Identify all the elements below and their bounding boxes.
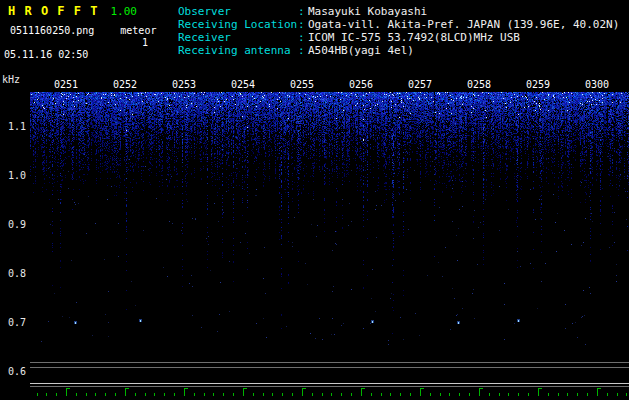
info-colon: : — [298, 44, 308, 57]
info-colon: : — [298, 18, 308, 31]
meteor-counter-value: 1 — [142, 37, 148, 48]
info-colon: : — [298, 5, 308, 18]
info-label: Receiver — [178, 31, 298, 44]
time-label: 0253 — [172, 79, 196, 90]
info-label: Receiving Location — [178, 18, 298, 31]
app-version: 1.00 — [110, 5, 137, 18]
file-row: 0511160250.pngmeteor — [10, 24, 156, 37]
info-row: Receiving Location:Ogata-vill. Akita-Pre… — [178, 18, 619, 31]
freq-label: 0.6 — [8, 366, 26, 377]
time-label: 0257 — [408, 79, 432, 90]
time-label: 0258 — [467, 79, 491, 90]
time-label: 0255 — [290, 79, 314, 90]
info-block: Observer:Masayuki KobayashiReceiving Loc… — [178, 5, 619, 57]
info-colon: : — [298, 31, 308, 44]
info-value: A504HB(yagi 4el) — [308, 44, 414, 57]
info-value: Masayuki Kobayashi — [308, 5, 427, 18]
time-label: 0259 — [526, 79, 550, 90]
freq-axis: 1.11.00.90.80.70.6 — [0, 0, 30, 400]
freq-label: 1.1 — [8, 121, 26, 132]
time-label: 0300 — [585, 79, 609, 90]
info-row: Receiver:ICOM IC-575 53.7492(8LCD)MHz US… — [178, 31, 619, 44]
time-label: 0251 — [54, 79, 78, 90]
info-value: ICOM IC-575 53.7492(8LCD)MHz USB — [308, 31, 520, 44]
info-label: Receiving antenna — [178, 44, 298, 57]
time-label: 0254 — [231, 79, 255, 90]
time-label: 0256 — [349, 79, 373, 90]
freq-label: 0.7 — [8, 317, 26, 328]
freq-label: 0.9 — [8, 219, 26, 230]
info-row: Observer:Masayuki Kobayashi — [178, 5, 619, 18]
info-row: Receiving antenna:A504HB(yagi 4el) — [178, 44, 619, 57]
spectrogram-canvas — [30, 90, 629, 400]
time-label: 0252 — [113, 79, 137, 90]
meteor-counter-label: meteor — [120, 25, 156, 36]
hrofft-window: H R O F F T1.00 0511160250.pngmeteor 1 0… — [0, 0, 629, 400]
freq-label: 1.0 — [8, 170, 26, 181]
info-value: Ogata-vill. Akita-Pref. JAPAN (139.96E, … — [308, 18, 619, 31]
info-label: Observer — [178, 5, 298, 18]
freq-label: 0.8 — [8, 268, 26, 279]
